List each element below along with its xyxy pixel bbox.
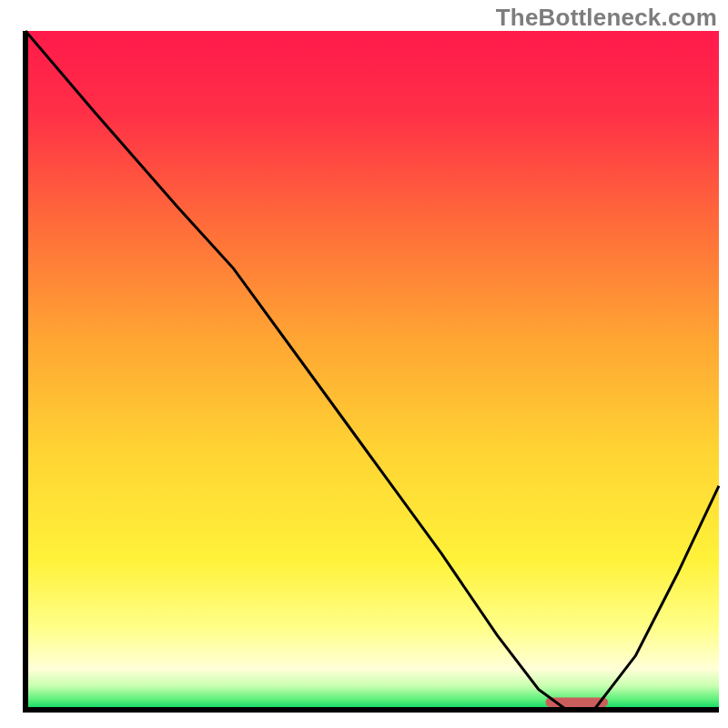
bottleneck-chart — [0, 0, 728, 728]
watermark-text: TheBottleneck.com — [496, 4, 717, 32]
plot-area — [25, 31, 719, 710]
